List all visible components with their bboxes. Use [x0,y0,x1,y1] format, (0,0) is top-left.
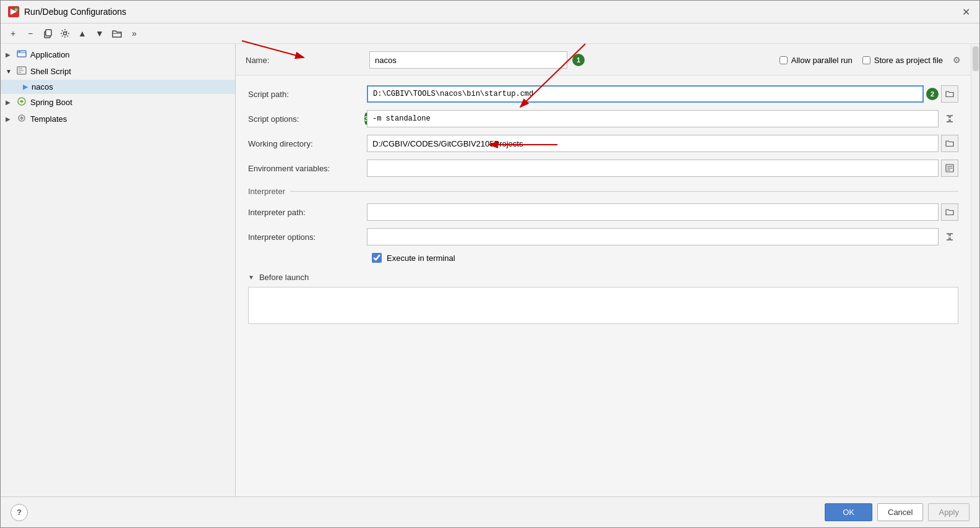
interpreter-path-browse-button[interactable] [941,203,958,221]
templates-label: Templates [30,114,67,124]
svg-rect-9 [19,51,20,53]
run-debug-configurations-dialog: D Run/Debug Configurations ✕ + − ▲ ▼ [0,0,980,528]
interpreter-path-input[interactable] [367,203,939,221]
interpreter-options-expand-button[interactable] [941,228,958,245]
name-input[interactable] [369,51,567,69]
env-vars-edit-button[interactable] [941,160,958,177]
spring-boot-icon [17,96,27,108]
interpreter-options-label: Interpreter options: [248,232,359,242]
interpreter-section-divider: Interpreter [248,187,958,196]
allow-parallel-checkbox[interactable] [780,56,788,64]
interpreter-options-row: Interpreter options: [248,228,958,245]
settings-button[interactable] [58,26,72,41]
svg-text:D: D [15,8,18,12]
application-label: Application [30,50,70,59]
nacos-run-icon: ▶ [23,83,28,91]
env-vars-row: Environment variables: [248,160,958,177]
close-button[interactable]: ✕ [960,6,972,18]
store-as-project-gear-icon[interactable]: ⚙ [953,55,961,65]
before-launch-label: Before launch [259,273,309,282]
script-options-input[interactable] [367,110,939,127]
shell-script-icon [17,66,27,77]
env-vars-label: Environment variables: [248,164,359,173]
script-path-badge: 2 [926,88,939,100]
interpreter-path-row: Interpreter path: [248,203,958,221]
sidebar: ▶ Application ▼ [1,44,236,496]
folder-button[interactable] [110,26,124,41]
config-header: Name: 1 Allow parallel run Store as proj… [236,44,971,75]
sidebar-item-shell-script[interactable]: ▼ Shell Script [1,63,235,80]
env-vars-input[interactable] [367,160,939,177]
script-path-browse-button[interactable] [941,85,958,103]
title-bar: D Run/Debug Configurations ✕ [1,1,979,23]
execute-terminal-checkbox[interactable] [372,253,382,263]
script-path-input-wrap: 2 [367,85,958,103]
env-vars-input-wrap [367,160,958,177]
execute-terminal-label: Execute in terminal [387,253,455,263]
dialog-title: Run/Debug Configurations [24,7,955,17]
sidebar-item-templates[interactable]: ▶ Templates [1,111,235,127]
interpreter-path-label: Interpreter path: [248,208,359,217]
interpreter-path-input-wrap [367,203,958,221]
svg-point-6 [64,32,67,35]
interpreter-options-input-wrap [367,228,958,245]
bottom-bar: ? OK Cancel Apply [1,496,979,527]
sidebar-item-spring-boot[interactable]: ▶ Spring Boot [1,94,235,111]
working-dir-row: Working directory: [248,135,958,152]
allow-parallel-label: Allow parallel run [791,56,853,65]
before-launch-body [248,287,958,324]
allow-parallel-checkbox-label[interactable]: Allow parallel run [780,56,853,65]
ok-button[interactable]: OK [825,503,872,521]
expand-arrow-spring-boot: ▶ [6,99,13,106]
script-options-expand-button[interactable] [941,110,958,127]
interpreter-section-label: Interpreter [248,187,285,196]
working-dir-input[interactable] [367,135,939,152]
sidebar-item-nacos[interactable]: ▶ nacos [1,80,235,94]
script-path-row: Script path: 2 [248,85,958,103]
name-badge: 1 [572,54,585,66]
move-down-button[interactable]: ▼ [92,26,107,41]
script-path-label: Script path: [248,90,359,99]
script-path-input[interactable] [367,85,924,103]
form-area: Script path: 2 Script options [236,75,971,496]
script-options-label: Script options: [248,114,359,124]
toolbar: + − ▲ ▼ » [1,23,979,44]
before-launch-header: ▼ Before launch [248,273,958,282]
help-button[interactable]: ? [11,504,28,521]
store-as-project-checkbox[interactable] [862,56,870,64]
name-field-wrap: 1 [369,51,585,69]
scrollbar-thumb[interactable] [973,46,979,71]
expand-arrow-shell-script: ▼ [6,68,13,75]
spring-boot-label: Spring Boot [30,98,72,107]
store-as-project-checkbox-label[interactable]: Store as project file [862,56,943,65]
sidebar-item-application[interactable]: ▶ Application [1,46,235,63]
templates-icon [17,113,27,125]
cancel-button[interactable]: Cancel [877,503,923,521]
right-panel: Name: 1 Allow parallel run Store as proj… [236,44,971,496]
working-dir-label: Working directory: [248,139,359,148]
before-launch-triangle: ▼ [248,274,254,281]
apply-button[interactable]: Apply [928,503,969,521]
execute-terminal-row: Execute in terminal [248,253,958,263]
main-content: ▶ Application ▼ [1,44,979,496]
more-button[interactable]: » [127,26,142,41]
dialog-icon: D [8,6,19,17]
application-icon [17,49,27,61]
config-options: Allow parallel run Store as project file… [780,55,961,65]
remove-button[interactable]: − [23,26,38,41]
svg-rect-5 [46,30,51,36]
working-dir-input-wrap [367,135,958,152]
script-options-row: Script options: 3 [248,110,958,127]
shell-script-label: Shell Script [30,67,71,76]
add-button[interactable]: + [6,26,20,41]
script-options-input-wrap [367,110,958,127]
working-dir-browse-button[interactable] [941,135,958,152]
copy-button[interactable] [40,26,55,41]
scrollbar[interactable] [971,44,979,496]
name-label: Name: [246,56,357,65]
interpreter-options-input[interactable] [367,228,939,245]
move-up-button[interactable]: ▲ [75,26,90,41]
before-launch-section: ▼ Before launch [248,273,958,324]
expand-arrow-templates: ▶ [6,116,13,122]
expand-arrow-application: ▶ [6,51,13,58]
